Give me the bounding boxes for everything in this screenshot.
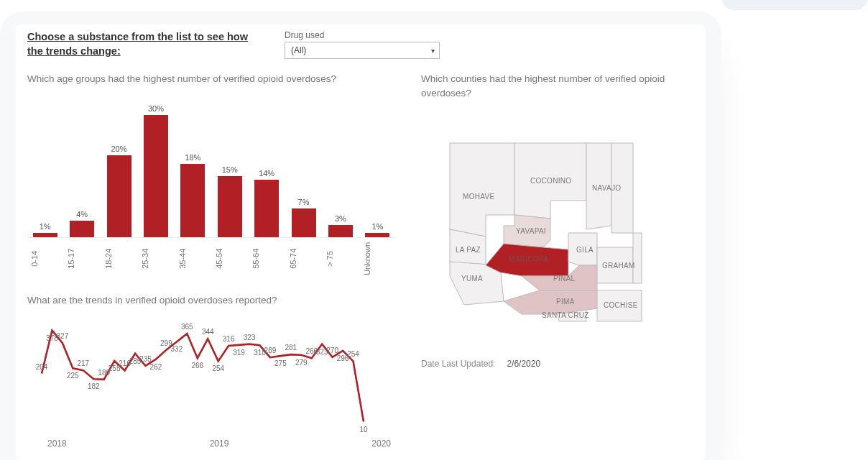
county-label: MARICOPA (509, 255, 548, 263)
dashboard-screen: Choose a substance from the list to see … (16, 24, 706, 460)
filter-prompt: Choose a substance from the list to see … (27, 30, 264, 58)
county-label: NAVAJO (592, 184, 621, 192)
laptop-base (721, 0, 868, 10)
county-label: YAVAPAI (516, 227, 546, 235)
svg-text:269: 269 (264, 347, 277, 354)
county-mohave (450, 143, 514, 237)
svg-text:262: 262 (150, 363, 162, 371)
bar-col: 7% (289, 198, 318, 237)
date-updated-label: Date Last Updated: (421, 359, 495, 369)
svg-text:275: 275 (274, 359, 287, 367)
svg-text:344: 344 (202, 328, 214, 336)
trends-line-chart: 2043783272252171821802552162852352622993… (27, 315, 371, 437)
filter-caption: Drug used (285, 30, 440, 40)
svg-text:254: 254 (347, 350, 359, 358)
svg-text:204: 204 (36, 363, 48, 371)
drug-used-select[interactable]: (All) ▾ (285, 42, 440, 59)
x-tick: 2018 (47, 439, 67, 449)
bar-col: 20% (104, 144, 134, 237)
svg-text:332: 332 (171, 345, 183, 353)
county-greenlee (633, 233, 642, 283)
svg-text:316: 316 (223, 335, 235, 343)
svg-text:327: 327 (57, 332, 69, 340)
trends-question: What are the trends in verified opioid o… (27, 293, 395, 308)
county-label: COCONINO (530, 177, 571, 185)
svg-text:10: 10 (359, 426, 368, 433)
date-updated-value: 2/6/2020 (507, 359, 540, 369)
county-label: MOHAVE (463, 193, 494, 201)
bar-col: 30% (141, 104, 170, 237)
update-footer: Date Last Updated: 2/6/2020 (421, 359, 694, 369)
county-label: GRAHAM (602, 262, 635, 270)
svg-text:266: 266 (191, 362, 203, 370)
svg-text:323: 323 (244, 334, 256, 341)
county-label: PINAL (553, 275, 576, 283)
age-groups-bar-chart: 1%4%20%30%18%15%14%7%3%1% (27, 93, 395, 238)
svg-text:235: 235 (139, 355, 152, 363)
bar-col: 15% (215, 165, 244, 237)
bar-col: 3% (326, 214, 355, 237)
bar-col: 1% (30, 222, 60, 237)
svg-text:281: 281 (285, 344, 297, 352)
bar-col: 1% (363, 222, 392, 237)
svg-text:365: 365 (181, 323, 193, 331)
svg-text:279: 279 (295, 359, 308, 367)
county-label: COCHISE (604, 301, 638, 309)
svg-text:225: 225 (67, 372, 79, 380)
laptop-frame: Choose a substance from the list to see … (0, 12, 721, 460)
svg-text:217: 217 (77, 359, 89, 367)
chevron-down-icon: ▾ (431, 47, 435, 55)
bar-col: 4% (67, 210, 96, 237)
counties-question: Which counties had the highest number of… (421, 72, 694, 100)
svg-text:319: 319 (233, 349, 245, 357)
bar-col: 18% (178, 153, 208, 237)
age-groups-question: Which age groups had the highest number … (27, 72, 395, 86)
arizona-county-map: MOHAVE COCONINO NAVAJO YAVAPAI LA PAZ MA… (421, 121, 694, 330)
county-label: LA PAZ (456, 246, 481, 254)
trends-x-axis: 2018 2019 2020 (27, 437, 395, 449)
age-groups-axis: 0-1415-1718-2425-3435-4445-5455-6465-74>… (27, 238, 395, 275)
drug-used-value: (All) (291, 45, 306, 55)
county-label: PIMA (556, 298, 575, 306)
county-label: SANTA CRUZ (542, 311, 589, 319)
x-tick: 2019 (210, 439, 229, 449)
bar-col: 14% (251, 169, 281, 237)
svg-text:254: 254 (212, 364, 224, 372)
svg-text:270: 270 (326, 347, 338, 354)
x-tick: 2020 (371, 439, 391, 449)
county-label: GILA (576, 246, 594, 254)
county-label: YUMA (461, 275, 483, 283)
svg-text:182: 182 (88, 382, 100, 390)
